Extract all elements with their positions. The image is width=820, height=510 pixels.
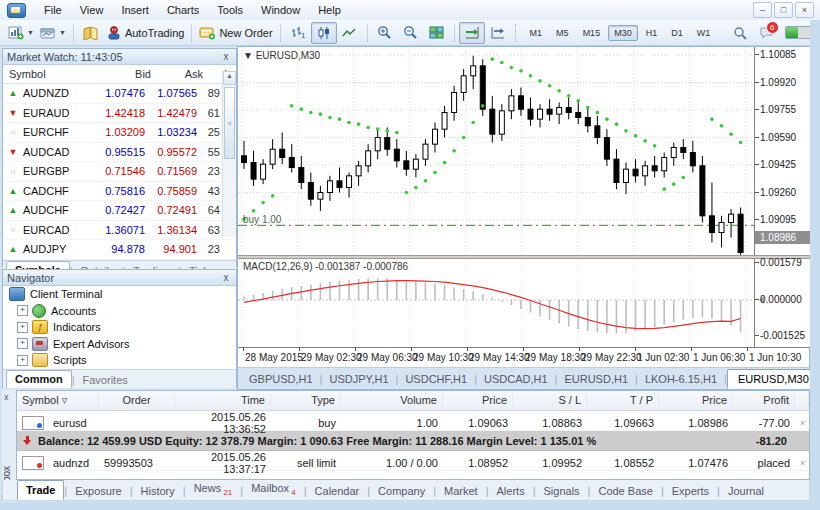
menu-item-file[interactable]: File [35,1,71,19]
menu-item-charts[interactable]: Charts [158,1,208,19]
chart-tab-eurusd-m30[interactable]: EURUSD,M30 [727,369,820,389]
auto-scroll-button[interactable] [459,22,485,44]
toolbox-tab-history[interactable]: History [133,482,183,500]
tree-item-expert-advisors[interactable]: +Expert Advisors [13,336,236,353]
terminal-col-profit[interactable]: Profit [733,394,795,407]
terminal-order-row[interactable]: audnzd599935032015.05.26 13:37:17sell li… [17,451,809,471]
time-axis[interactable]: 28 May 201529 May 02:3029 May 06:3029 Ma… [238,347,809,368]
price-axis[interactable]: 1.08986 1.100851.099201.097551.095901.09… [754,47,810,255]
toolbox-tab-alerts[interactable]: Alerts [489,482,533,500]
timeframe-m5-button[interactable]: M5 [550,25,575,41]
order-sl: 1.08863 [513,417,587,429]
scrollbar-thumb[interactable]: ≡ [224,87,235,159]
menu-item-view[interactable]: View [71,1,113,19]
timeframe-m15-button[interactable]: M15 [577,25,607,41]
expand-plus-icon[interactable]: + [17,305,28,316]
terminal-col-time[interactable]: Time [175,394,271,407]
tree-item-indicators[interactable]: +ƒIndicators [13,319,236,336]
close-icon[interactable]: x [220,272,232,283]
toolbox-tab-signals[interactable]: Signals [536,482,588,500]
chart-tab-lkoh-6-15-h1[interactable]: LKOH-6.15,H1 [638,371,724,387]
toolbox-tab-code-base[interactable]: Code Base [590,482,660,500]
macd-indicator-chart[interactable] [238,259,754,347]
chart-tab-usdchf-h1[interactable]: USDCHF,H1 [398,371,474,387]
toolbox-tab-journal[interactable]: Journal [720,482,772,500]
candle-body [681,148,686,153]
chart-tab-usdjpy-h1[interactable]: USDJPY,H1 [322,371,395,387]
expand-plus-icon[interactable]: + [17,355,28,366]
market-watch-row[interactable]: ▼EURAUD1.424181.4247961 [3,104,236,124]
line-chart-mode-button[interactable] [337,22,363,44]
terminal-col-price[interactable]: Price [443,394,513,407]
toolbox-tab-calendar[interactable]: Calendar [307,482,368,500]
tree-item-accounts[interactable]: +Accounts [13,303,236,320]
market-watch-row[interactable]: ○EURCAD1.360711.3613463 [3,221,236,241]
chart-tab-eurusd-h1[interactable]: EURUSD,H1 [557,371,635,387]
market-watch-row[interactable]: ○EURCHF1.032091.0323425 [3,123,236,143]
terminal-col-type[interactable]: Type [271,394,341,407]
toolbox-tab-market[interactable]: Market [436,482,486,500]
new-chart-button[interactable]: ▼ [5,22,37,44]
toolbox-tab-news[interactable]: News 21 [186,479,241,500]
menu-item-insert[interactable]: Insert [112,1,158,19]
terminal-col-order[interactable]: Order [99,394,175,407]
market-watch-row[interactable]: ▲AUDNZD1.074761.0756589 [3,84,236,104]
close-button[interactable]: × [795,2,814,18]
close-order-icon[interactable]: × [795,418,809,428]
candle-body [499,111,504,134]
toolbox-tab-trade[interactable]: Trade [17,480,64,500]
close-icon[interactable]: x [220,51,232,62]
bar-chart-mode-button[interactable]: 1 [285,22,311,44]
market-watch-row[interactable]: ▲CADCHF0.758160.7585943 [3,182,236,202]
terminal-col-volume[interactable]: Volume [341,394,443,407]
timeframe-w1-button[interactable]: W1 [691,25,717,41]
price-chart[interactable] [238,47,754,255]
timeframe-d1-button[interactable]: D1 [665,25,689,41]
market-watch-row[interactable]: ▼AUDCAD0.955150.9557255 [3,143,236,163]
tree-item-scripts[interactable]: +Scripts [13,352,236,369]
tree-item-client-terminal[interactable]: Client Terminal [5,286,236,303]
market-watch-scrollbar[interactable]: ▲ ≡ [222,71,236,237]
market-watch-row[interactable]: ○EURGBP0.715460.7156923 [3,162,236,182]
order-sl: 1.09952 [513,457,587,469]
timeframe-h1-button[interactable]: H1 [640,25,664,41]
close-order-icon[interactable]: × [795,458,809,468]
market-watch-row[interactable]: ▲AUDCHF0.724270.7249164 [3,201,236,221]
new-order-button[interactable]: New Order [196,22,275,44]
close-icon[interactable]: x [4,392,9,402]
history-center-button[interactable] [78,22,104,44]
autotrading-button[interactable]: AutoTrading [104,22,188,44]
candle-chart-mode-button[interactable] [311,22,337,44]
terminal-col-tp[interactable]: T / P [587,394,659,407]
market-watch-row[interactable]: ▲AUDJPY94.87894.90123 [3,240,236,260]
minimize-button[interactable]: – [753,2,772,18]
terminal-order-row[interactable]: eurusd2015.05.26 13:36:52buy1.001.090631… [17,411,809,431]
profiles-button[interactable]: ▼ [37,22,69,44]
timeframe-m30-button[interactable]: M30 [608,25,638,41]
expand-plus-icon[interactable]: + [17,322,28,333]
toolbox-tab-mailbox[interactable]: Mailbox 4 [243,479,304,500]
zoom-in-button[interactable] [372,22,398,44]
tile-windows-button[interactable] [424,22,450,44]
toolbox-tab-experts[interactable]: Experts [664,482,717,500]
scroll-up-icon[interactable]: ▲ [223,71,236,85]
zoom-out-button[interactable] [398,22,424,44]
symbol-search-button[interactable] [727,22,753,44]
tab-common[interactable]: Common [6,370,72,388]
tab-favorites[interactable]: Favorites [75,372,136,388]
menu-item-tools[interactable]: Tools [208,1,252,19]
menu-item-help[interactable]: Help [309,1,350,19]
notifications-button[interactable]: 6 [753,22,779,44]
terminal-col-symbol[interactable]: Symbol ▿ [17,394,99,407]
menu-item-window[interactable]: Window [252,1,309,19]
chart-shift-button[interactable] [485,22,511,44]
chart-tab-gbpusd-h1[interactable]: GBPUSD,H1 [242,371,320,387]
timeframe-m1-button[interactable]: M1 [524,25,549,41]
chart-tab-usdcad-h1[interactable]: USDCAD,H1 [477,371,555,387]
expand-plus-icon[interactable]: + [17,338,28,349]
toolbox-tab-company[interactable]: Company [370,482,433,500]
restore-button[interactable]: □ [774,2,793,18]
toolbox-tab-exposure[interactable]: Exposure [67,482,129,500]
terminal-col-price[interactable]: Price [659,394,733,407]
terminal-col-sl[interactable]: S / L [513,394,587,407]
